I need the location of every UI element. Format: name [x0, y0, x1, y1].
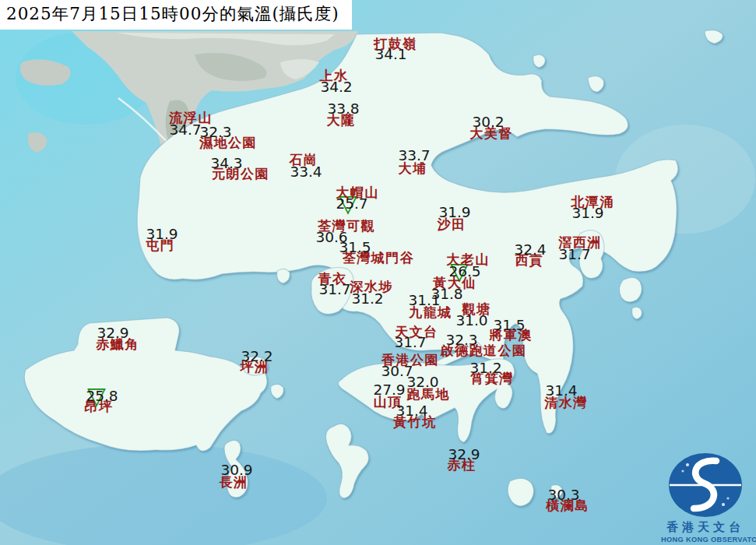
- station-value: 27.9: [373, 383, 405, 398]
- station-value: 32.9: [97, 326, 128, 341]
- hko-logo-english: HONG KONG OBSERVATORY: [661, 536, 750, 543]
- station-value: 31.4: [545, 384, 577, 399]
- station-value: 25.7: [336, 197, 367, 212]
- station-value: 33.4: [290, 165, 322, 180]
- station-value: 31.0: [455, 314, 487, 329]
- station-value: 31.5: [493, 318, 525, 333]
- map-title: 2025年7月15日15時00分的氣溫(攝氏度): [6, 4, 339, 23]
- stations-layer: 34.1打鼓嶺34.2上水33.8大隴30.2大美督34.7流浮山32.3濕地公…: [0, 0, 756, 545]
- station-value: 31.7: [558, 248, 590, 262]
- station-value: 34.1: [374, 47, 406, 62]
- station-value: 31.2: [469, 361, 501, 376]
- station-value: 32.4: [514, 243, 546, 258]
- hko-logo-chinese: 香港天文台: [661, 520, 750, 535]
- temperature-map: 2025年7月15日15時00分的氣溫(攝氏度) 34.1打鼓嶺34.2上水33…: [0, 0, 756, 545]
- station-name: 大埔: [399, 162, 427, 175]
- station-value: 32.9: [448, 448, 480, 462]
- station-value: 32.3: [199, 125, 231, 140]
- station-value: 33.8: [327, 102, 359, 117]
- station-value: 32.3: [445, 333, 477, 348]
- station-value: 34.3: [210, 156, 242, 171]
- station-value: 31.2: [351, 292, 383, 307]
- hko-logo: 香港天文台 HONG KONG OBSERVATORY: [661, 452, 750, 543]
- station-value: 30.3: [547, 488, 579, 503]
- station-value: 33.7: [398, 149, 430, 164]
- hko-logo-icon: [666, 452, 744, 519]
- station-value: 34.7: [169, 123, 201, 138]
- station-value: 31.7: [318, 283, 350, 297]
- station-value: 31.9: [571, 206, 603, 221]
- station-value: 31.1: [408, 294, 440, 308]
- station-value: 31.5: [339, 241, 371, 255]
- station-value: 25.8: [86, 389, 118, 404]
- station-value: 30.2: [472, 115, 504, 130]
- station-value: 31.9: [146, 227, 178, 242]
- station-value: 30.9: [220, 463, 252, 478]
- station-value: 32.2: [241, 350, 273, 364]
- station-value: 31.4: [396, 404, 427, 419]
- station-value: 34.2: [320, 80, 352, 95]
- station-value: 32.0: [406, 375, 438, 390]
- station-value: 26.5: [448, 265, 480, 280]
- station-value: 31.7: [394, 336, 426, 350]
- station-value: 31.9: [438, 206, 470, 220]
- title-bar: 2025年7月15日15時00分的氣溫(攝氏度): [0, 0, 352, 30]
